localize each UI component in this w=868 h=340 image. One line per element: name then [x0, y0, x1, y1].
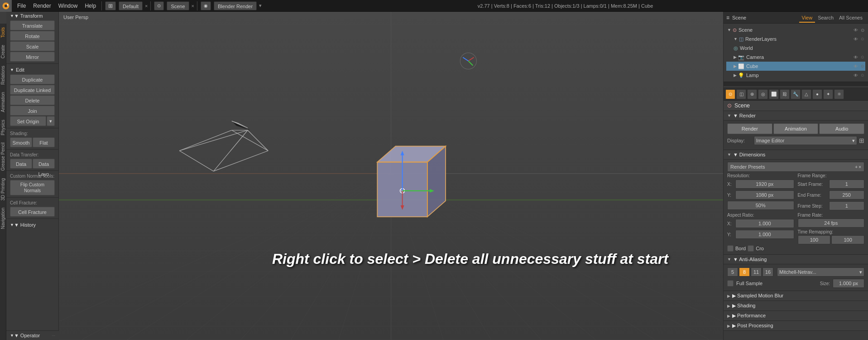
aa-11[interactable]: 11 [751, 267, 762, 277]
edit-section[interactable]: ▼ Edit [6, 66, 58, 74]
res-x-input[interactable]: 1920 px [735, 180, 794, 189]
shading-props-header[interactable]: ▶ ▶ Shading [724, 301, 868, 311]
menu-render[interactable]: Render [29, 0, 54, 12]
duplicate-button[interactable]: Duplicate [10, 74, 55, 84]
lamp-props[interactable]: ⊙ [861, 73, 864, 78]
cell-fracture-button[interactable]: Cell Fracture [10, 207, 55, 217]
step-frame-input[interactable]: 1 [829, 201, 865, 210]
blender-logo[interactable] [0, 0, 12, 12]
render-engine-icon-btn[interactable]: ◉ [201, 1, 211, 10]
outliner-tab-all-scenes[interactable]: All Scenes [836, 13, 865, 23]
outliner-row-cube[interactable]: ▶ ⬜ Cube 👁 ⊙ [726, 62, 865, 71]
vtab-tools[interactable]: Tools [0, 24, 6, 41]
outliner-row-renderlayers[interactable]: ▼ ◫ RenderLayers 👁 ⊙ [726, 34, 865, 44]
menu-help[interactable]: Help [81, 0, 100, 12]
menu-file[interactable]: File [14, 0, 29, 12]
audio-button[interactable]: Audio [819, 123, 864, 134]
vtab-create[interactable]: Create [0, 41, 6, 62]
vtab-navigation[interactable]: Navigation [0, 204, 6, 233]
mitchell-input[interactable]: Mitchell-Netrav... ▾ [777, 267, 864, 277]
history-section[interactable]: ▼ ▼ History [6, 221, 58, 229]
props-icon-scene[interactable]: ⊙ [725, 89, 735, 99]
props-icon-world[interactable]: ◎ [758, 89, 768, 99]
set-origin-button[interactable]: Set Origin [10, 116, 46, 126]
cube-props[interactable]: ⊙ [861, 64, 864, 68]
aspect-y-input[interactable]: 1.000 [735, 230, 794, 239]
bord-checkbox[interactable] [727, 245, 734, 252]
crop-checkbox[interactable] [748, 245, 754, 252]
res-percent-input[interactable]: 50% [727, 201, 794, 210]
editor-type-button[interactable]: ⊞ [105, 1, 116, 10]
duplicate-linked-button[interactable]: Duplicate Linked [10, 85, 55, 95]
vtab-physics[interactable]: Physics [0, 116, 6, 139]
screen-close[interactable]: × [145, 3, 148, 9]
scale-button[interactable]: Scale [10, 41, 55, 51]
camera-props[interactable]: ⊙ [861, 55, 864, 59]
vtab-relations[interactable]: Relations [0, 62, 6, 88]
renderlayers-props[interactable]: ⊙ [861, 37, 864, 41]
render-button[interactable]: Render [727, 123, 772, 134]
post-processing-header[interactable]: ▶ ▶ Post Processing [724, 321, 868, 331]
vtab-3d-printing[interactable]: 3D Printing [0, 175, 6, 204]
renderlayers-eye[interactable]: 👁 [854, 37, 858, 42]
full-sample-checkbox[interactable] [727, 280, 734, 287]
flat-button[interactable]: Flat [33, 137, 55, 147]
props-icon-modifiers[interactable]: 🔧 [791, 89, 801, 99]
scene-render-icon[interactable]: ⊙ [861, 28, 864, 33]
props-icon-material[interactable]: ● [812, 89, 822, 99]
render-section-header[interactable]: ▼ ▼ Render [724, 111, 868, 121]
delete-button[interactable]: Delete [10, 95, 55, 105]
render-presets-btn[interactable]: Render Presets + × [727, 162, 864, 172]
mirror-button[interactable]: Mirror [10, 52, 55, 62]
props-icon-object[interactable]: ⬜ [769, 89, 779, 99]
viewport-3d[interactable]: User Persp Right click to select > Delet… [59, 12, 723, 340]
time-old-input[interactable]: 100 [798, 235, 831, 244]
motion-blur-header[interactable]: ▶ ▶ Sampled Motion Blur [724, 291, 868, 301]
outliner-row-lamp[interactable]: ▶ 💡 Lamp 👁 ⊙ [726, 71, 865, 80]
vtab-animation[interactable]: Animation [0, 88, 6, 116]
transform-section[interactable]: ▼ ▼ Transform [6, 12, 58, 20]
outliner-tab-view[interactable]: View [799, 13, 815, 23]
animation-button[interactable]: Animation [773, 123, 819, 134]
cube-eye[interactable]: 👁 [854, 64, 858, 69]
join-button[interactable]: Join [10, 106, 55, 116]
props-icon-data[interactable]: △ [801, 89, 811, 99]
rotate-button[interactable]: Rotate [10, 31, 55, 41]
menu-window[interactable]: Window [55, 0, 82, 12]
display-select[interactable]: Image Editor ▾ [754, 136, 857, 145]
dimensions-section-header[interactable]: ▼ ▼ Dimensions [724, 150, 868, 160]
display-link-icon[interactable]: ⊞ [859, 137, 864, 144]
aa-section-header[interactable]: ▼ ▼ Anti-Aliasing [724, 255, 868, 264]
aa-5[interactable]: 5 [727, 267, 738, 277]
operator-header[interactable]: ▼ ▼ Operator ··· [6, 331, 59, 340]
engine-selector[interactable]: Blender Render [214, 1, 257, 10]
props-icon-constraints[interactable]: ⛓ [780, 89, 790, 99]
res-y-input[interactable]: 1080 px [735, 190, 794, 199]
preset-remove-icon[interactable]: × [858, 165, 861, 170]
data-button[interactable]: Data [10, 159, 32, 169]
lamp-eye[interactable]: 👁 [854, 73, 858, 78]
aspect-x-input[interactable]: 1.000 [735, 219, 794, 228]
translate-button[interactable]: Translate [10, 20, 55, 30]
data-layers-button[interactable]: Data Layo [33, 159, 55, 169]
aa-16[interactable]: 16 [762, 267, 773, 277]
start-frame-input[interactable]: 1 [829, 180, 865, 189]
props-icon-physics[interactable]: ⚛ [834, 89, 844, 99]
set-origin-dropdown[interactable]: ▾ [47, 116, 55, 126]
performance-header[interactable]: ▶ ▶ Performance [724, 311, 868, 321]
end-frame-input[interactable]: 250 [829, 190, 865, 199]
scene-close[interactable]: × [192, 3, 194, 9]
vtab-grease-pencil[interactable]: Grease Pencil [0, 139, 6, 175]
engine-dropdown[interactable]: ▾ [259, 3, 262, 9]
props-icon-scene2[interactable]: ⊛ [747, 89, 757, 99]
scene-type-button[interactable]: ⊙ [154, 1, 164, 10]
outliner-row-scene[interactable]: ▼ ⊙ Scene 👁 ⊙ [726, 25, 865, 34]
size-input[interactable]: 1.000 px [833, 279, 864, 288]
outliner-scrollbar[interactable] [724, 82, 868, 86]
mitchell-dropdown[interactable]: ▾ [859, 269, 862, 275]
time-new-input[interactable]: 100 [831, 235, 864, 244]
preset-add-icon[interactable]: + [855, 165, 858, 170]
fps-input[interactable]: 24 fps [798, 219, 865, 228]
scene-selector[interactable]: Scene [167, 1, 189, 10]
props-icon-renderlayers[interactable]: ◫ [736, 89, 746, 99]
